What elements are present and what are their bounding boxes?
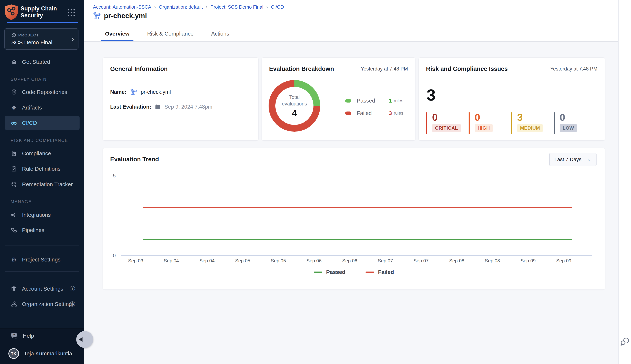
tab-overview[interactable]: Overview bbox=[105, 26, 129, 42]
user-name: Teja Kummarikuntla bbox=[24, 350, 72, 357]
sidebar-collapse-handle[interactable] bbox=[76, 331, 93, 348]
artifacts-icon: ❖ bbox=[10, 104, 18, 111]
chat-launcher-icon[interactable] bbox=[620, 336, 630, 346]
info-icon[interactable]: ⓘ bbox=[70, 285, 75, 292]
avatar: TK bbox=[9, 348, 19, 359]
passed-line-icon bbox=[314, 272, 322, 273]
breadcrumb-organization-link[interactable]: Organization: default bbox=[159, 4, 203, 10]
y-axis-tick-max: 5 bbox=[105, 173, 116, 179]
breadcrumb-account-link[interactable]: Account: Automation-SSCA bbox=[93, 4, 151, 10]
user-menu[interactable]: TK Teja Kummarikuntla bbox=[9, 348, 72, 359]
sidebar-section-manage: MANAGE bbox=[11, 200, 32, 204]
card-title: General Information bbox=[110, 65, 168, 72]
last-evaluation-label: Last Evaluation: bbox=[110, 104, 151, 110]
cicd-infinity-icon: ∞ bbox=[10, 119, 18, 126]
sidebar-section-supply-chain: SUPPLY CHAIN bbox=[11, 77, 47, 82]
trend-x-ticks: Sep 03Sep 04Sep 04Sep 05Sep 05Sep 06Sep … bbox=[121, 258, 592, 265]
compliance-document-icon bbox=[10, 150, 18, 157]
passed-dot-icon bbox=[345, 99, 351, 102]
project-selector[interactable]: PROJECT SCS Demo Final › bbox=[5, 28, 78, 50]
x-axis-tick: Sep 09 bbox=[515, 258, 541, 264]
code-repository-icon bbox=[10, 88, 18, 96]
brand-title: Supply Chain Security bbox=[21, 5, 57, 19]
gear-icon: ⚙ bbox=[10, 256, 18, 263]
sidebar-item-pipelines[interactable]: Pipelines bbox=[0, 223, 84, 237]
evaluation-breakdown-card: Evaluation Breakdown Yesterday at 7:48 P… bbox=[262, 58, 415, 140]
info-icon[interactable]: ⓘ bbox=[70, 300, 75, 308]
legend-item-passed: Passed 1 rules bbox=[345, 98, 403, 104]
sidebar-item-integrations[interactable]: Integrations bbox=[0, 208, 84, 222]
failed-dot-icon bbox=[345, 112, 351, 115]
breadcrumb-separator: › bbox=[206, 4, 207, 10]
sidebar-item-get-started[interactable]: Get Started bbox=[0, 55, 84, 69]
legend-item-failed: Failed 3 rules bbox=[345, 110, 403, 116]
chevron-right-icon: › bbox=[71, 34, 74, 44]
x-axis-tick: Sep 06 bbox=[337, 258, 363, 264]
sidebar-item-artifacts[interactable]: ❖ Artifacts bbox=[0, 100, 84, 115]
supply-chain-security-logo-icon bbox=[5, 4, 18, 20]
card-timestamp: Yesterday at 7:48 PM bbox=[361, 66, 408, 72]
date-range-select[interactable]: Last 7 Days ⌄ bbox=[549, 153, 596, 166]
breadcrumb: Account: Automation-SSCA › Organization:… bbox=[93, 4, 284, 10]
pipeline-name-value: pr-check.yml bbox=[141, 89, 171, 95]
tab-risk-compliance[interactable]: Risk & Compliance bbox=[147, 26, 193, 42]
sidebar-item-project-settings[interactable]: ⚙ Project Settings bbox=[0, 252, 84, 267]
total-issues-value: 3 bbox=[427, 87, 436, 103]
app-switcher-icon[interactable] bbox=[68, 9, 75, 16]
severity-badge: MEDIUM bbox=[517, 124, 543, 132]
chevron-down-icon: ⌄ bbox=[587, 156, 591, 162]
general-information-card: General Information Name: pr-check.yml bbox=[103, 58, 259, 140]
calendar-icon bbox=[155, 104, 161, 110]
severity-high: 0 HIGH bbox=[469, 112, 493, 134]
sidebar-section-risk-and-compliance: RISK AND COMPLIANCE bbox=[11, 138, 68, 143]
sidebar-item-remediation-tracker[interactable]: Remediation Tracker bbox=[0, 177, 84, 192]
breadcrumb-cicd-link[interactable]: CI/CD bbox=[271, 4, 284, 10]
page-header: Account: Automation-SSCA › Organization:… bbox=[84, 0, 618, 26]
sidebar-item-rule-definitions[interactable]: Rule Definitions bbox=[0, 162, 84, 176]
x-axis-tick: Sep 07 bbox=[408, 258, 434, 264]
integrations-icon bbox=[10, 211, 18, 218]
sidebar-item-code-repositories[interactable]: Code Repositories bbox=[0, 85, 84, 99]
sidebar-item-compliance[interactable]: Compliance bbox=[0, 146, 84, 160]
legend-item-failed: Failed bbox=[365, 269, 394, 275]
trend-legend: Passed Failed bbox=[103, 269, 605, 275]
clipboard-check-icon bbox=[10, 165, 18, 172]
home-icon bbox=[10, 58, 18, 66]
pipeline-icon bbox=[93, 12, 101, 20]
pipelines-icon bbox=[10, 226, 18, 234]
x-axis-tick: Sep 04 bbox=[194, 258, 220, 264]
last-evaluation-value: Sep 9, 2024 7:48pm bbox=[164, 104, 212, 110]
project-name: SCS Demo Final bbox=[11, 39, 52, 46]
sidebar: Supply Chain Security PROJECT SCS Demo F… bbox=[0, 0, 84, 364]
tab-actions[interactable]: Actions bbox=[211, 26, 229, 42]
total-evaluations-value: 4 bbox=[292, 108, 297, 118]
sidebar-item-cicd[interactable]: ∞ CI/CD bbox=[5, 116, 80, 130]
x-axis-tick: Sep 08 bbox=[444, 258, 470, 264]
brand: Supply Chain Security bbox=[5, 3, 80, 22]
severity-badge: CRITICAL bbox=[432, 124, 461, 132]
help-button[interactable]: ? Help bbox=[10, 332, 34, 340]
card-timestamp: Yesterday at 7:48 PM bbox=[550, 66, 597, 72]
organization-icon bbox=[10, 300, 18, 308]
sidebar-item-account-settings[interactable]: Account Settings ⓘ bbox=[0, 282, 84, 296]
right-panel-strip bbox=[618, 0, 631, 364]
x-axis-tick: Sep 06 bbox=[301, 258, 327, 264]
sidebar-divider bbox=[5, 271, 79, 272]
sidebar-footer: ? Help TK Teja Kummarikuntla bbox=[0, 328, 84, 364]
failed-line-icon bbox=[365, 272, 374, 273]
y-axis-tick-min: 0 bbox=[105, 253, 116, 258]
sidebar-item-organization-settings[interactable]: Organization Settings ⓘ bbox=[0, 297, 84, 311]
name-label: Name: bbox=[110, 89, 126, 95]
card-title: Evaluation Trend bbox=[110, 156, 159, 163]
x-axis-tick: Sep 07 bbox=[372, 258, 398, 264]
remediation-box-icon bbox=[10, 181, 18, 188]
pipeline-icon bbox=[130, 88, 137, 96]
severity-critical: 0 CRITICAL bbox=[426, 112, 461, 134]
cube-icon bbox=[11, 33, 16, 38]
severity-badge: LOW bbox=[560, 124, 577, 132]
x-axis-tick: Sep 04 bbox=[159, 258, 184, 264]
severity-low: 0 LOW bbox=[554, 112, 577, 134]
breadcrumb-project-link[interactable]: Project: SCS Demo Final bbox=[211, 4, 263, 10]
svg-text:?: ? bbox=[13, 334, 15, 336]
sidebar-divider bbox=[5, 246, 79, 246]
